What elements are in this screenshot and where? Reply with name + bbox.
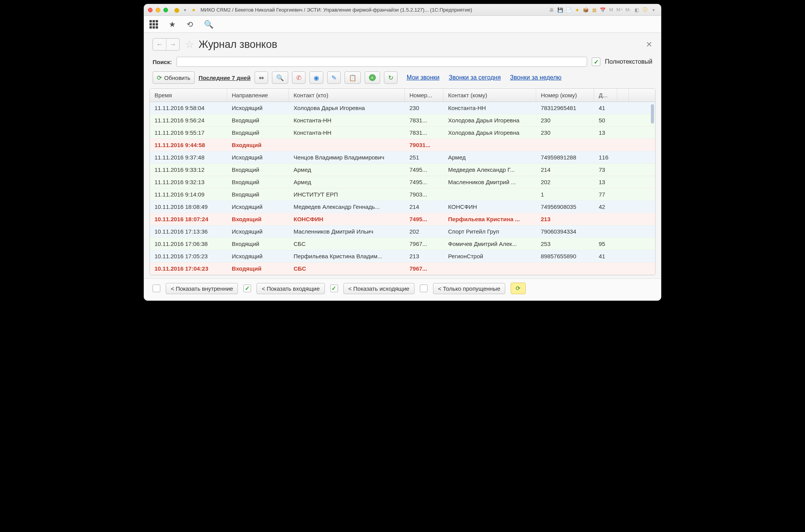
minimize-window-icon[interactable]: [156, 8, 160, 12]
table-row[interactable]: 10.11.2016 17:06:38ВходящийСБС7967...Фом…: [150, 238, 655, 250]
info-icon[interactable]: ⓘ: [642, 7, 649, 14]
onec-logo-icon: ⬤: [173, 7, 180, 13]
show-internal-checkbox[interactable]: [153, 285, 160, 292]
today-calls-link[interactable]: Звонки за сегодня: [449, 74, 501, 81]
play-button[interactable]: ◉: [309, 71, 323, 84]
table-row[interactable]: 10.11.2016 18:07:24ВходящийКОНСФИН7495..…: [150, 213, 655, 225]
maximize-window-icon[interactable]: [163, 8, 168, 12]
calendar-icon[interactable]: 📅: [599, 7, 606, 14]
show-internal-button[interactable]: < Показать внутренние: [166, 283, 238, 294]
panel-icon[interactable]: ◧: [633, 7, 640, 14]
show-outgoing-checkbox[interactable]: [330, 285, 338, 292]
table-row[interactable]: 11.11.2016 9:37:48ИсходящийЧенцов Владим…: [150, 151, 655, 164]
cell-pad: [617, 188, 629, 200]
copy-icon[interactable]: 📄: [565, 7, 572, 14]
favorites-icon[interactable]: ★: [169, 20, 176, 29]
cell-nwhom: 89857655890: [536, 250, 594, 262]
fulltext-label: Полнотекстовый: [605, 58, 652, 65]
table-row[interactable]: 10.11.2016 18:08:49ИсходящийМедведев Але…: [150, 201, 655, 213]
week-calls-link[interactable]: Звонки за неделю: [510, 74, 561, 81]
refresh-footer-icon: ⟳: [516, 285, 521, 291]
back-button[interactable]: ←: [153, 39, 166, 50]
move-icon: ⇔: [259, 74, 264, 81]
print-icon[interactable]: 🖶: [548, 7, 555, 14]
table-row[interactable]: 11.11.2016 9:32:13ВходящийАрмед7495...Ма…: [150, 176, 655, 188]
col-contact-whom[interactable]: Контакт (кому): [443, 89, 536, 102]
edit-button[interactable]: ✎: [327, 71, 341, 84]
only-missed-button[interactable]: < Только пропущенные: [433, 283, 505, 294]
m-minus-icon[interactable]: M-: [625, 7, 632, 14]
table-row[interactable]: 10.11.2016 17:05:23ИсходящийПерфильева К…: [150, 250, 655, 263]
table-row[interactable]: 10.11.2016 17:04:23ВходящийСБС7967...: [150, 263, 655, 275]
table-row[interactable]: 11.11.2016 9:14:09ВходящийИНСТИТУТ ЕРП79…: [150, 188, 655, 201]
cell-dur: 50: [594, 114, 617, 126]
period-link[interactable]: Последние 7 дней: [199, 75, 251, 81]
plus-icon: +: [369, 74, 376, 81]
dropdown-icon[interactable]: ▾: [182, 7, 188, 13]
apps-grid-icon[interactable]: [149, 20, 158, 29]
show-outgoing-button[interactable]: < Показать исходящие: [343, 283, 414, 294]
table-row[interactable]: 11.11.2016 9:33:12ВходящийАрмед7495...Ме…: [150, 164, 655, 176]
col-number-whom[interactable]: Номер (кому): [536, 89, 594, 102]
menu-chevron-icon[interactable]: ▾: [650, 7, 657, 14]
close-window-icon[interactable]: [148, 8, 153, 12]
fav-icon[interactable]: ★: [574, 7, 581, 14]
add-button[interactable]: +: [365, 71, 380, 84]
call-button[interactable]: ✆: [292, 71, 306, 84]
forward-button[interactable]: →: [166, 39, 179, 50]
clipboard-button[interactable]: 📋: [345, 71, 361, 84]
m-plus-icon[interactable]: M+: [616, 7, 623, 14]
cell-dir: Входящий: [227, 127, 289, 139]
grid-body[interactable]: 11.11.2016 9:58:04ИсходящийХолодова Дарь…: [150, 102, 655, 275]
app-window: ⬤ ▾ ★ МИКО CRM2 / Бекетов Николай Георги…: [144, 4, 661, 301]
search-input[interactable]: [177, 57, 587, 67]
history-icon[interactable]: ⟲: [187, 20, 193, 29]
box-icon[interactable]: 📦: [582, 7, 589, 14]
cell-nwhom: 230: [536, 127, 594, 139]
m-icon[interactable]: M: [608, 7, 615, 14]
cell-dur: 13: [594, 176, 617, 188]
cell-cwhom: [443, 139, 536, 151]
cell-time: 10.11.2016 17:06:38: [150, 238, 227, 250]
show-incoming-checkbox[interactable]: [243, 285, 251, 292]
show-incoming-button[interactable]: < Показать входящие: [256, 283, 324, 294]
move-button[interactable]: ⇔: [255, 71, 268, 84]
col-duration[interactable]: Д...: [594, 89, 617, 102]
table-row[interactable]: 10.11.2016 17:13:36ИсходящийМасленников …: [150, 225, 655, 238]
scrollbar-thumb[interactable]: [651, 104, 654, 124]
col-time[interactable]: Время: [150, 89, 227, 102]
find-button[interactable]: 🔍: [272, 71, 288, 84]
cell-pad: [617, 102, 629, 114]
cell-time: 10.11.2016 18:07:24: [150, 213, 227, 225]
refresh-button[interactable]: ⟳Обновить: [153, 71, 195, 84]
col-contact-who[interactable]: Контакт (кто): [289, 89, 405, 102]
calls-grid: Время Направление Контакт (кто) Номер...…: [149, 88, 656, 275]
col-number-who[interactable]: Номер...: [405, 89, 443, 102]
col-direction[interactable]: Направление: [227, 89, 289, 102]
cell-pad: [617, 114, 629, 126]
cell-dir: Входящий: [227, 238, 289, 250]
refresh-footer-button[interactable]: ⟳: [511, 283, 526, 294]
star-small-icon[interactable]: ★: [190, 7, 197, 13]
cell-dur: 95: [594, 238, 617, 250]
window-title: МИКО CRM2 / Бекетов Николай Георгиевич /…: [200, 7, 472, 13]
cell-cwho: КОНСФИН: [289, 213, 405, 225]
close-icon[interactable]: ✕: [646, 40, 652, 49]
cell-cwhom: Перфильева Кристина ...: [443, 213, 536, 225]
cell-time: 10.11.2016 17:13:36: [150, 225, 227, 237]
magnifier-icon: 🔍: [276, 74, 284, 81]
table-row[interactable]: 11.11.2016 9:58:04ИсходящийХолодова Дарь…: [150, 102, 655, 114]
favorite-star-icon[interactable]: ☆: [185, 39, 194, 51]
fulltext-checkbox[interactable]: ✓: [592, 58, 600, 66]
sync-button[interactable]: ↻: [384, 71, 397, 84]
table-row[interactable]: 11.11.2016 9:44:58Входящий79031...: [150, 139, 655, 151]
my-calls-link[interactable]: Мои звонки: [407, 74, 440, 81]
cell-dur: [594, 263, 617, 274]
search-icon[interactable]: 🔍: [204, 20, 214, 29]
cell-pad: [617, 213, 629, 225]
calc-icon[interactable]: ▦: [591, 7, 598, 14]
save-icon[interactable]: 💾: [557, 7, 564, 14]
table-row[interactable]: 11.11.2016 9:56:24ВходящийКонстанта-НН78…: [150, 114, 655, 127]
table-row[interactable]: 11.11.2016 9:55:17ВходящийКонстанта-НН78…: [150, 127, 655, 139]
only-missed-checkbox[interactable]: [420, 285, 428, 292]
